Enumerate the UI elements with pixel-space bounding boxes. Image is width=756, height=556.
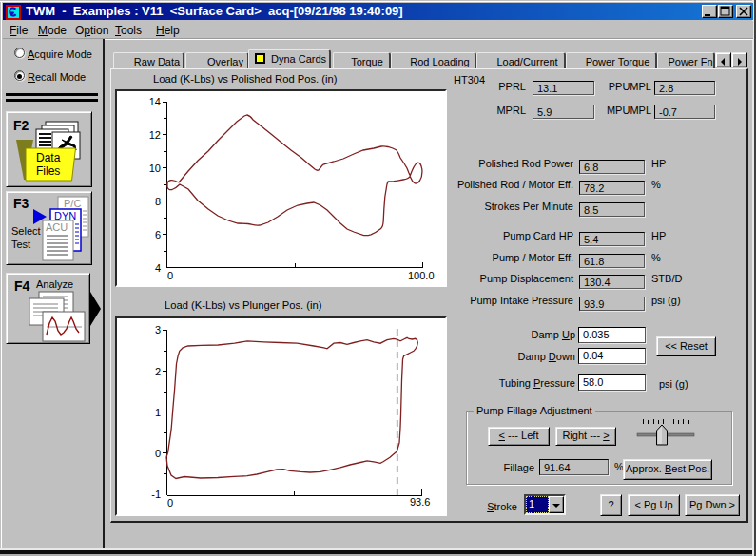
svg-text:Files: Files xyxy=(36,164,60,178)
svg-text:0: 0 xyxy=(155,448,161,459)
svg-text:1: 1 xyxy=(155,407,161,418)
svg-text:2: 2 xyxy=(155,366,161,377)
svg-text:ACU: ACU xyxy=(46,221,68,233)
svg-text:DYN: DYN xyxy=(54,210,76,221)
svg-text:10: 10 xyxy=(149,163,161,174)
svg-text:-1: -1 xyxy=(151,489,161,500)
svg-text:P/C: P/C xyxy=(64,198,81,209)
svg-text:3: 3 xyxy=(155,324,161,336)
svg-text:12: 12 xyxy=(149,129,161,141)
svg-text:0: 0 xyxy=(167,497,173,508)
svg-text:6: 6 xyxy=(155,229,161,240)
svg-text:Data: Data xyxy=(36,151,61,164)
svg-text:4: 4 xyxy=(155,262,161,274)
svg-text:8: 8 xyxy=(155,196,161,207)
svg-text:14: 14 xyxy=(149,96,161,107)
svg-text:93.6: 93.6 xyxy=(410,496,430,508)
svg-text:0: 0 xyxy=(167,270,173,281)
